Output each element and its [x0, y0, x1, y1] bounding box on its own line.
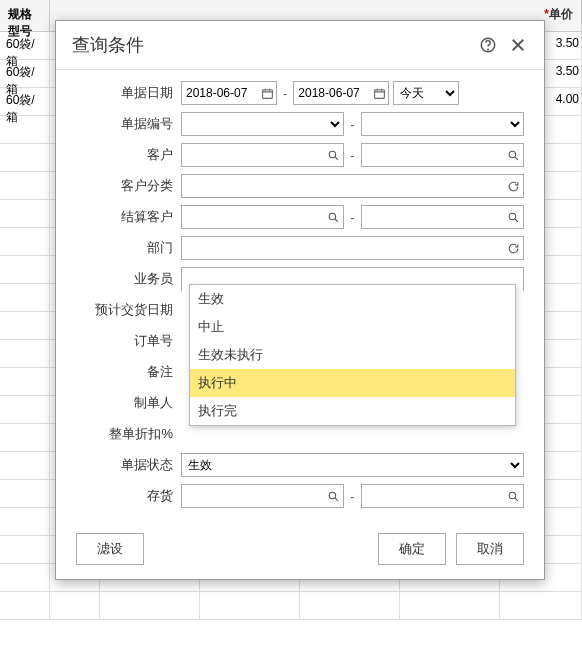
customer-from-lookup[interactable] — [181, 143, 344, 167]
dialog-header: 查询条件 — [56, 21, 544, 70]
refresh-icon[interactable] — [503, 180, 523, 193]
search-icon[interactable] — [503, 149, 523, 162]
ok-button[interactable]: 确定 — [378, 533, 446, 565]
search-icon[interactable] — [503, 211, 523, 224]
label-settle-customer: 结算客户 — [56, 208, 181, 226]
label-inventory: 存货 — [56, 487, 181, 505]
label-bill-no: 单据编号 — [56, 115, 181, 133]
bill-no-from-select[interactable] — [181, 112, 344, 136]
inventory-from-lookup[interactable] — [181, 484, 344, 508]
dialog-footer: 滤设 确定 取消 — [56, 519, 544, 579]
calendar-icon[interactable] — [258, 87, 276, 100]
dropdown-option[interactable]: 中止 — [190, 313, 515, 341]
dropdown-option[interactable]: 生效未执行 — [190, 341, 515, 369]
settle-from-lookup[interactable] — [181, 205, 344, 229]
svg-point-7 — [509, 213, 516, 220]
col-spec: 规格型号 — [0, 0, 50, 31]
dropdown-option[interactable]: 执行完 — [190, 397, 515, 425]
query-dialog: 查询条件 单据日期 - 今天 — [55, 20, 545, 580]
search-icon[interactable] — [323, 211, 343, 224]
customer-to-lookup[interactable] — [361, 143, 524, 167]
cancel-button[interactable]: 取消 — [456, 533, 524, 565]
search-icon[interactable] — [323, 149, 343, 162]
settle-to-lookup[interactable] — [361, 205, 524, 229]
dialog-title: 查询条件 — [72, 33, 468, 57]
label-salesman: 业务员 — [56, 270, 181, 288]
close-icon[interactable] — [508, 35, 528, 55]
label-department: 部门 — [56, 239, 181, 257]
refresh-icon[interactable] — [503, 242, 523, 255]
date-range-select[interactable]: 今天 — [393, 81, 459, 105]
svg-rect-2 — [262, 89, 272, 98]
svg-point-1 — [488, 49, 489, 50]
svg-point-5 — [509, 151, 516, 158]
department-input[interactable] — [181, 236, 524, 260]
status-select[interactable]: 生效 — [181, 453, 524, 477]
filter-button[interactable]: 滤设 — [76, 533, 144, 565]
label-discount: 整单折扣% — [56, 425, 181, 443]
customer-cat-input[interactable] — [181, 174, 524, 198]
label-order-no: 订单号 — [56, 332, 181, 350]
label-customer-cat: 客户分类 — [56, 177, 181, 195]
label-remark: 备注 — [56, 363, 181, 381]
svg-rect-3 — [374, 89, 384, 98]
search-icon[interactable] — [323, 490, 343, 503]
help-icon[interactable] — [478, 35, 498, 55]
search-icon[interactable] — [503, 490, 523, 503]
label-bill-date: 单据日期 — [56, 84, 181, 102]
label-expected-date: 预计交货日期 — [56, 301, 181, 319]
inventory-to-lookup[interactable] — [361, 484, 524, 508]
label-creator: 制单人 — [56, 394, 181, 412]
calendar-icon[interactable] — [370, 87, 388, 100]
svg-point-8 — [329, 492, 336, 499]
date-to-input[interactable] — [293, 81, 389, 105]
svg-point-4 — [329, 151, 336, 158]
label-customer: 客户 — [56, 146, 181, 164]
dropdown-option[interactable]: 执行中 — [190, 369, 515, 397]
svg-point-6 — [329, 213, 336, 220]
status-dropdown[interactable]: 生效中止生效未执行执行中执行完 — [189, 284, 516, 426]
date-from-input[interactable] — [181, 81, 277, 105]
bill-no-to-select[interactable] — [361, 112, 524, 136]
svg-point-9 — [509, 492, 516, 499]
dropdown-option[interactable]: 生效 — [190, 285, 515, 313]
label-status: 单据状态 — [56, 456, 181, 474]
